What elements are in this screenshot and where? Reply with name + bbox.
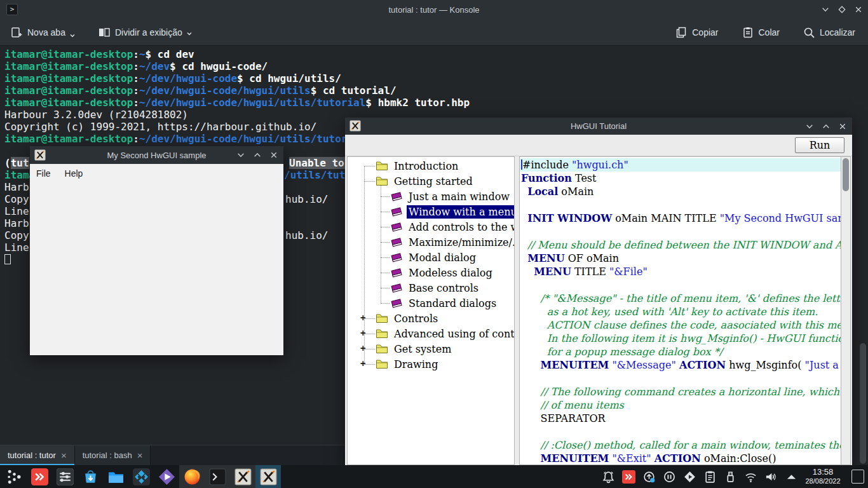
run-button[interactable]: Run — [795, 137, 844, 153]
close-icon[interactable] — [854, 5, 863, 14]
taskbar-kodi-button[interactable] — [128, 465, 154, 488]
taskbar-media-player-button[interactable] — [154, 465, 179, 488]
kde-panel: 13:58 28/08/2022 — [0, 465, 868, 488]
minimize-icon[interactable] — [821, 5, 830, 14]
folder-icon — [376, 161, 388, 171]
minimize-icon[interactable] — [236, 151, 245, 159]
tree-item[interactable]: +Get system — [348, 341, 514, 356]
tree-item[interactable]: Introduction — [348, 158, 514, 173]
expand-arrow-icon[interactable] — [785, 470, 798, 484]
expand-icon[interactable]: + — [360, 358, 368, 369]
find-label: Localizar — [820, 27, 855, 37]
tutorial-content: IntroductionGetting startedJust a main w… — [345, 156, 852, 465]
tab-close-icon[interactable]: × — [137, 452, 143, 459]
taskbar-app-launcher-button[interactable] — [1, 465, 27, 488]
expand-icon[interactable]: + — [360, 313, 368, 323]
prompt-command: $ cd hwgui/utils/ — [237, 72, 341, 85]
tab-close-icon[interactable]: × — [61, 452, 67, 459]
menu-item-help[interactable]: Help — [65, 168, 83, 179]
tree-item-label: Modal dialog — [407, 251, 478, 264]
prompt-command: $ cd dev — [146, 48, 194, 60]
notifications-icon[interactable] — [602, 470, 615, 484]
terminal-scrollbar[interactable] — [860, 48, 866, 463]
expand-icon[interactable]: + — [360, 343, 368, 353]
media-diamond-icon[interactable] — [683, 470, 696, 484]
sample-menubar: FileHelp — [30, 164, 283, 183]
konsole-tab[interactable]: tutorial : bash× — [75, 445, 151, 465]
scrollbar-thumb[interactable] — [843, 158, 849, 191]
paste-label: Colar — [759, 27, 780, 37]
close-icon[interactable] — [269, 151, 278, 159]
taskbar-dolphin-button[interactable] — [103, 465, 128, 488]
copy-label: Copiar — [692, 27, 718, 37]
tree-item[interactable]: Window with a menu — [348, 204, 514, 219]
tree-item[interactable]: Maximize/minimize/... — [348, 234, 514, 250]
maximize-icon[interactable] — [253, 151, 262, 159]
tree-item[interactable]: +Advanced using of contr... — [348, 326, 514, 341]
discover-icon — [82, 468, 99, 485]
terminal-cursor — [4, 254, 11, 264]
maximize-icon[interactable] — [822, 122, 831, 131]
usb-icon[interactable] — [724, 470, 737, 484]
taskbar-konsole-button[interactable] — [205, 465, 230, 488]
new-tab-button[interactable]: Nova aba — [4, 22, 83, 43]
taskbar-hwgui-button[interactable] — [255, 465, 281, 488]
network-wifi-icon[interactable] — [744, 470, 757, 484]
volume-icon[interactable] — [764, 470, 778, 484]
tree-item-label: Get system — [392, 342, 453, 356]
close-icon[interactable] — [838, 122, 847, 131]
taskbar-firefox-button[interactable] — [179, 465, 205, 488]
tree-item[interactable]: Modal dialog — [348, 250, 514, 265]
anydesk-icon[interactable] — [622, 470, 635, 484]
tree-item[interactable]: Standard dialogs — [348, 295, 514, 311]
tutorial-window: HwGUI Tutorial Run IntroductionGetting s… — [345, 118, 852, 465]
sample-window: My Second HwGUI sample FileHelp — [30, 146, 283, 355]
kodi-icon — [133, 468, 150, 485]
prompt-user: itamar@itamar-desktop — [4, 133, 133, 145]
software-update-icon[interactable] — [642, 470, 656, 484]
code-line: // of menu items — [520, 398, 841, 412]
konsole-toolbar: Nova aba Dividir a exibição Copiar Colar — [0, 19, 868, 46]
scrollbar-thumb[interactable] — [860, 343, 866, 464]
taskbar-hwgui-button[interactable] — [230, 465, 255, 488]
find-button[interactable]: Localizar — [796, 22, 862, 43]
tree-item[interactable]: Add controls to the w... — [348, 219, 514, 234]
prompt-user: itamar@itamar-desktop — [4, 60, 133, 72]
folder-icon — [376, 313, 388, 323]
taskbar-anydesk-button[interactable] — [27, 465, 52, 488]
code-line: as a hot key, used with 'Alt' key to act… — [520, 305, 841, 318]
konsole-titlebar[interactable]: > tutorial : tutor — Konsole — [0, 0, 868, 19]
menu-item-file[interactable]: File — [36, 168, 51, 179]
clock-date: 28/08/2022 — [799, 477, 846, 485]
prompt-command: $ cd hwgui-code/ — [170, 60, 268, 72]
maximize-icon[interactable] — [837, 5, 846, 14]
taskbar-discover-button[interactable] — [78, 465, 103, 488]
tree-item[interactable]: +Controls — [348, 311, 514, 326]
editor-scrollbar[interactable] — [841, 157, 850, 464]
sample-client-area — [30, 183, 283, 355]
taskbar-settings-sliders-button[interactable] — [52, 465, 78, 488]
dolphin-icon — [107, 468, 125, 485]
copy-button[interactable]: Copiar — [668, 22, 724, 43]
tree-item[interactable]: Modeless dialog — [348, 265, 514, 280]
tree-item[interactable]: Getting started — [348, 173, 514, 189]
tutorial-tree-panel[interactable]: IntroductionGetting startedJust a main w… — [347, 156, 515, 465]
tree-item[interactable]: Base controls — [348, 280, 514, 295]
pause-circle-icon[interactable] — [663, 470, 676, 484]
terminal-text: tut — [11, 157, 29, 169]
code-editor[interactable]: #include "hwgui.ch"Function Test Local o… — [519, 156, 851, 465]
clipboard-icon[interactable] — [703, 470, 717, 484]
terminal-text: hub.io/ — [285, 193, 328, 205]
sample-titlebar[interactable]: My Second HwGUI sample — [30, 146, 283, 164]
tree-item[interactable]: Just a main window — [348, 189, 514, 204]
expand-icon[interactable]: + — [360, 328, 368, 338]
split-view-button[interactable]: Dividir a exibição — [92, 22, 200, 43]
show-desktop-button[interactable] — [851, 470, 864, 484]
konsole-tab[interactable]: tutorial : tutor× — [0, 445, 75, 465]
clock[interactable]: 13:58 28/08/2022 — [799, 468, 846, 485]
tree-item[interactable]: +Drawing — [348, 356, 514, 372]
code-line: Function Test — [520, 172, 841, 185]
paste-button[interactable]: Colar — [735, 22, 786, 43]
minimize-icon[interactable] — [805, 122, 814, 131]
tutorial-titlebar[interactable]: HwGUI Tutorial — [345, 118, 852, 135]
